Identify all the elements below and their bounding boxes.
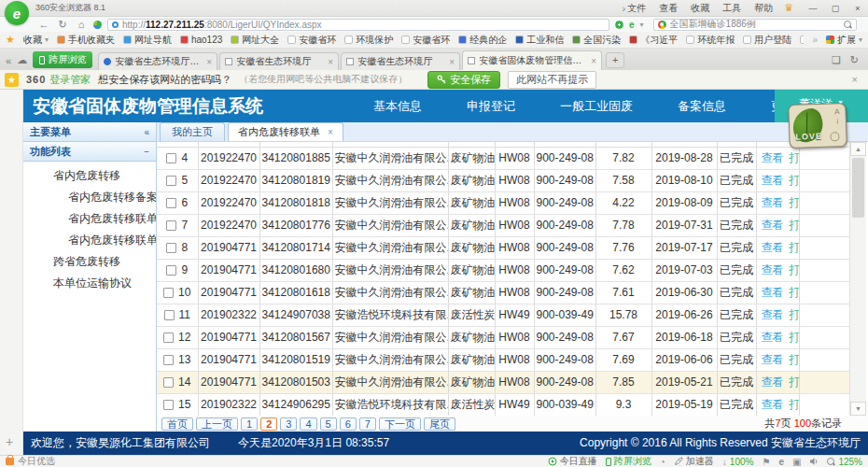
print-link[interactable]: 打印 [790, 263, 800, 276]
tab-my-home[interactable]: 我的主页 [160, 122, 225, 141]
print-link[interactable]: 打印 [790, 151, 800, 164]
view-link[interactable]: 查看 [762, 331, 784, 344]
bookmark-item[interactable]: 网址导航 [123, 34, 172, 47]
scrollbar-thumb[interactable] [852, 158, 864, 218]
print-link[interactable]: 打印 [790, 398, 800, 411]
view-link[interactable]: 查看 [762, 219, 784, 232]
url-text[interactable]: http://112.27.211.25:8080/LigerUI/QYInde… [122, 20, 322, 30]
print-link[interactable]: 打印 [790, 196, 800, 209]
tab-close-icon[interactable]: × [206, 57, 212, 67]
bookmark-item[interactable]: 网址大全 [231, 34, 279, 47]
close-button[interactable]: × [847, 2, 868, 15]
minimize-button[interactable]: — [803, 2, 823, 15]
row-checkbox[interactable] [163, 400, 174, 410]
speaker-icon[interactable] [809, 457, 819, 466]
row-checkbox[interactable] [166, 220, 176, 231]
minus-icon[interactable]: − [144, 147, 149, 157]
favorites-star-icon[interactable]: ★ [6, 34, 15, 46]
row-checkbox[interactable] [166, 243, 176, 253]
bookmark-item[interactable]: 安徽省置 [800, 34, 804, 47]
tab-manifest-active[interactable]: 省内危废转移联单 × [228, 122, 343, 141]
download-status[interactable]: ↓ 100% [722, 457, 754, 467]
last-page-button[interactable]: 尾页 [424, 417, 455, 431]
dismiss-password-button[interactable]: 此网站不再提示 [508, 71, 596, 89]
bookmark-item[interactable]: 全国污染 [572, 34, 621, 47]
restore-windows-icon[interactable]: ❏ [832, 54, 841, 66]
cloud-sync-icon[interactable]: ☁ [17, 54, 27, 66]
sidebar-menu-item[interactable]: 本单位运输协议 [23, 273, 156, 294]
print-link[interactable]: 打印 [790, 219, 800, 232]
bookmark-item[interactable]: 安徽省环 [287, 34, 336, 47]
chevron-down-icon[interactable]: ▾ [640, 21, 644, 29]
browser-tab[interactable]: 安徽省生态环境厅_百度搜索 × [98, 52, 217, 70]
menu-item[interactable]: 文件 [627, 2, 646, 15]
view-link[interactable]: 查看 [762, 375, 784, 389]
bookmark-item[interactable]: 手机收藏夹 [57, 34, 115, 47]
row-checkbox[interactable] [166, 198, 176, 208]
collapse-icon[interactable]: « [144, 127, 149, 137]
live-stream-button[interactable]: 今日直播 [548, 455, 597, 467]
sidebar-header[interactable]: 主要菜单 « [23, 122, 156, 142]
scroll-down-icon[interactable]: ▼ [850, 402, 866, 416]
page-number-button[interactable]: 4 [300, 417, 316, 431]
new-tab-button[interactable]: + [606, 52, 624, 68]
ie-mode-icon[interactable]: e [778, 457, 784, 467]
print-link[interactable]: 打印 [790, 241, 800, 254]
nav-item[interactable]: 备案信息 [678, 98, 726, 115]
view-link[interactable]: 查看 [762, 353, 784, 366]
view-link[interactable]: 查看 [762, 263, 784, 276]
scroll-up-icon[interactable]: ▲ [850, 142, 866, 156]
view-link[interactable]: 查看 [762, 151, 784, 164]
page-number-button[interactable]: 1 [241, 417, 258, 431]
tab-close-icon[interactable]: × [449, 57, 455, 67]
daily-picks[interactable]: 今日优选 [6, 455, 55, 467]
view-link[interactable]: 查看 [762, 174, 784, 187]
search-icon[interactable] [844, 21, 852, 29]
accelerator-button[interactable]: 加速器 [674, 455, 714, 467]
nav-item[interactable]: 申报登记 [467, 98, 515, 115]
table-scrollbar[interactable]: ▲ ▼ [849, 142, 866, 416]
bookmark-item[interactable]: 环境保护 [344, 34, 393, 47]
menu-expand-icon[interactable]: › [622, 3, 625, 14]
print-link[interactable]: 打印 [790, 353, 800, 366]
bookmark-item[interactable]: hao123 [180, 34, 222, 47]
sidebar-menu-item[interactable]: 跨省危废转移 [23, 251, 156, 273]
reopen-closed-icon[interactable]: ↻ [850, 54, 859, 66]
row-checkbox[interactable] [163, 355, 174, 365]
menu-item[interactable]: 工具 [722, 2, 741, 15]
zoom-status[interactable]: 125% [827, 457, 862, 467]
print-link[interactable]: 打印 [790, 286, 800, 299]
menu-item[interactable]: 查看 [659, 2, 678, 15]
cross-screen-status[interactable]: 跨屏浏览 [606, 455, 651, 467]
page-number-button[interactable]: 5 [320, 417, 337, 431]
bookmark-item[interactable]: 安徽省环 [401, 34, 450, 47]
print-link[interactable]: 打印 [790, 375, 800, 389]
save-password-button[interactable]: 安全保存 [427, 71, 500, 89]
tab-close-icon[interactable]: × [328, 57, 333, 67]
row-checkbox[interactable] [163, 377, 174, 388]
prev-page-button[interactable]: 上一页 [196, 417, 238, 431]
view-link[interactable]: 查看 [762, 196, 784, 209]
print-link[interactable]: 打印 [790, 174, 800, 187]
sidebar-menu-item[interactable]: 省内危废转移 [23, 165, 156, 187]
page-number-button[interactable]: 7 [359, 417, 376, 431]
address-bar[interactable]: http://112.27.211.25:8080/LigerUI/QYInde… [107, 19, 609, 31]
add-panel-icon[interactable]: + [6, 434, 13, 449]
sidebar-menu-item[interactable]: 省内危废转移联单 [23, 208, 156, 230]
sidebar-menu-item[interactable]: 省内危废转移备案 [23, 187, 156, 208]
windows-icon[interactable]: ▣ [792, 457, 801, 467]
favorites-menu[interactable]: 收藏▾ [23, 34, 49, 47]
browser-tab[interactable]: 安徽省生态环境厅 × [341, 52, 460, 70]
search-hotword[interactable]: 全国新增确诊1886例 [670, 18, 840, 31]
browser-mini-icon[interactable]: e [629, 20, 635, 30]
maximize-button[interactable]: ▢ [825, 2, 846, 15]
bookmark-item[interactable]: 环统年报 [686, 34, 735, 47]
nav-item[interactable]: 基本信息 [373, 98, 422, 115]
close-icon[interactable]: × [852, 74, 863, 85]
menu-item[interactable]: 帮助 [754, 2, 773, 15]
row-checkbox[interactable] [164, 310, 175, 320]
nav-item[interactable]: 一般工业固废 [560, 98, 633, 115]
bookmark-item[interactable]: 用户登陆 [743, 34, 791, 47]
bookmarks-overflow-icon[interactable]: » [812, 35, 818, 45]
sidebar-menu-item[interactable]: 省内危废转移联单退回 [23, 230, 156, 251]
